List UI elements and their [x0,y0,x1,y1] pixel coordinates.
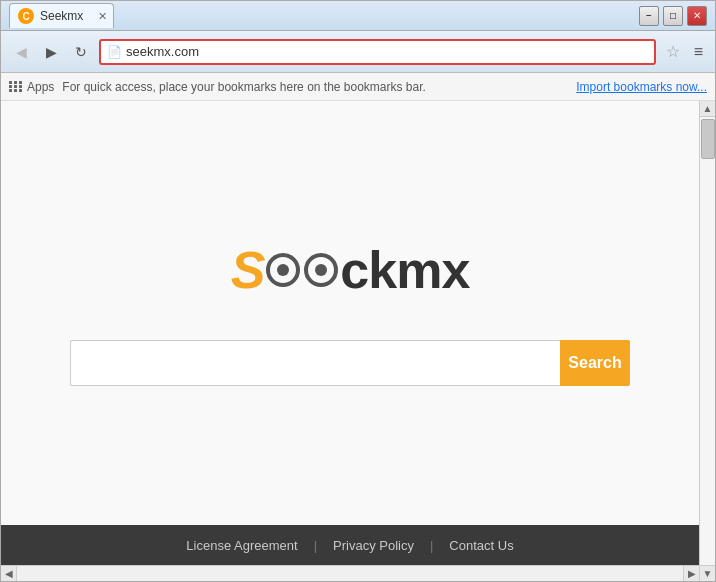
logo-s: S [231,240,265,300]
title-bar: C Seekmx ✕ − □ ✕ [1,1,715,31]
window-controls: − □ ✕ [639,6,707,26]
footer-privacy-link[interactable]: Privacy Policy [333,538,414,553]
logo-eye-right-pupil [315,264,327,276]
nav-bar: ◀ ▶ ↻ 📄 ☆ ≡ [1,31,715,73]
scroll-down-button[interactable]: ▼ [700,565,716,581]
address-bar-wrapper[interactable]: 📄 [99,39,656,65]
back-button[interactable]: ◀ [9,40,33,64]
back-icon: ◀ [16,44,27,60]
h-scroll-left-button[interactable]: ◀ [1,566,17,582]
search-input[interactable] [70,340,560,386]
search-container: Search [70,340,630,386]
horizontal-scrollbar: ◀ ▶ [1,565,699,581]
logo-eye-left [266,253,300,287]
address-input[interactable] [126,44,648,59]
browser-tab[interactable]: C Seekmx ✕ [9,3,114,28]
logo-eye-left-pupil [277,264,289,276]
apps-button[interactable]: Apps [9,80,54,94]
logo-eye-right [304,253,338,287]
maximize-button[interactable]: □ [663,6,683,26]
footer: License Agreement | Privacy Policy | Con… [1,525,699,565]
main-area: S ckmx [1,101,699,525]
footer-contact-link[interactable]: Contact Us [449,538,513,553]
bookmarks-hint: For quick access, place your bookmarks h… [62,80,568,94]
search-button[interactable]: Search [560,340,630,386]
footer-license-link[interactable]: License Agreement [186,538,297,553]
logo-container: S ckmx [231,240,470,300]
h-scroll-right-button[interactable]: ▶ [683,566,699,582]
browser-body: S ckmx [1,101,715,581]
logo-rest: ckmx [340,240,469,300]
menu-button[interactable]: ≡ [690,43,707,61]
tab-title: Seekmx [40,9,83,23]
minimize-button[interactable]: − [639,6,659,26]
refresh-button[interactable]: ↻ [69,40,93,64]
refresh-icon: ↻ [75,44,87,60]
forward-icon: ▶ [46,44,57,60]
footer-divider-1: | [314,538,317,553]
forward-button[interactable]: ▶ [39,40,63,64]
scroll-track [700,117,715,565]
page-icon: 📄 [107,45,122,59]
footer-divider-2: | [430,538,433,553]
page-content: S ckmx [1,101,699,581]
import-bookmarks-link[interactable]: Import bookmarks now... [576,80,707,94]
apps-grid-icon [9,81,23,92]
bookmark-star-button[interactable]: ☆ [662,42,684,61]
bookmarks-bar: Apps For quick access, place your bookma… [1,73,715,101]
logo-eyes [266,253,338,287]
close-button[interactable]: ✕ [687,6,707,26]
scroll-thumb[interactable] [701,119,715,159]
vertical-scrollbar: ▲ ▼ [699,101,715,581]
tab-close-button[interactable]: ✕ [98,10,107,23]
window-frame: C Seekmx ✕ − □ ✕ ◀ ▶ ↻ 📄 ☆ ≡ [0,0,716,582]
tab-icon: C [18,8,34,24]
apps-label: Apps [27,80,54,94]
site-logo: S ckmx [231,240,470,300]
scroll-up-button[interactable]: ▲ [700,101,716,117]
